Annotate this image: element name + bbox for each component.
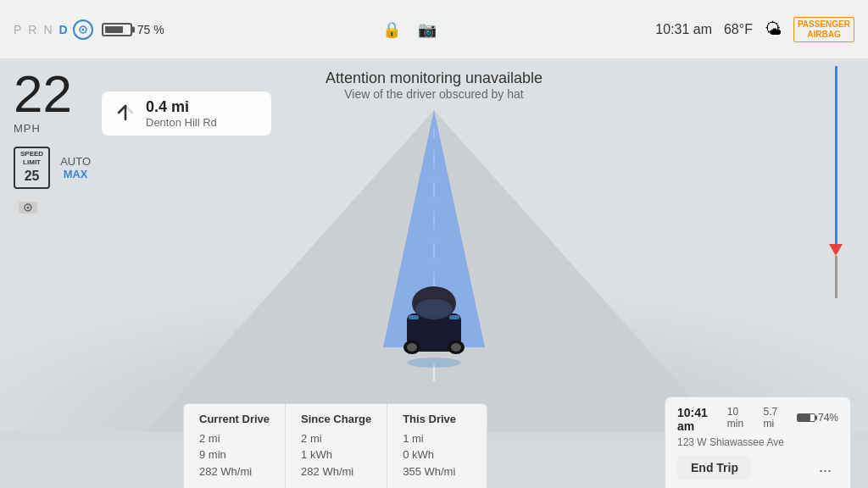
lock-icon: 🔒 [382, 20, 401, 39]
temperature: 68°F [724, 22, 753, 37]
current-drive-time: 9 min [199, 446, 270, 463]
speed-limit-box: SPEEDLIMIT 25 AUTO MAX [14, 147, 91, 189]
end-trip-button[interactable]: End Trip [677, 456, 752, 480]
svg-rect-8 [449, 315, 459, 319]
trip-battery: 74% [797, 412, 838, 424]
current-drive-card: Current Drive 2 mi 9 min 282 Wh/mi [183, 403, 286, 489]
battery-percentage: 75 % [137, 23, 164, 36]
autopilot-icon [73, 19, 93, 40]
gear-selector: P R N D [14, 23, 70, 36]
trip-duration: 10 min [727, 406, 757, 430]
gear-p: P [14, 23, 23, 36]
speed-unit: MPH [14, 122, 91, 135]
svg-point-2 [415, 299, 453, 319]
autopilot-status-icon [14, 197, 42, 218]
gear-n: N [43, 23, 53, 36]
max-label: MAX [60, 168, 91, 180]
passenger-airbag-indicator: PASSENGERAIRBAG [793, 17, 854, 42]
route-line-gray [835, 256, 837, 298]
status-right: 10:31 am 68°F 🌤 PASSENGERAIRBAG [655, 17, 854, 42]
trip-more-button[interactable]: ... [812, 455, 838, 480]
current-time: 10:31 am [655, 22, 712, 37]
status-bar: P R N D 75 % 🔒 📷 10:31 am 68°F 🌤 PASSENG… [0, 0, 868, 59]
camera-icon: 📷 [418, 20, 437, 39]
stats-cards: Current Drive 2 mi 9 min 282 Wh/mi Since… [183, 403, 487, 489]
trip-battery-fill [798, 414, 810, 421]
vehicle-icon [392, 263, 476, 364]
speed-limit-label: SPEEDLIMIT [20, 150, 43, 168]
trip-battery-pct: 74% [818, 412, 838, 424]
trip-card: 10:41 am 10 min 5.7 mi 74% 123 W Shiawas… [665, 396, 851, 488]
current-drive-efficiency: 282 Wh/mi [199, 463, 270, 480]
svg-point-11 [81, 28, 84, 30]
this-drive-title: This Drive [403, 413, 471, 425]
svg-rect-7 [409, 315, 419, 319]
svg-point-9 [407, 358, 461, 368]
current-drive-title: Current Drive [199, 413, 270, 425]
attention-warning: Attention monitoring unavailable View of… [326, 69, 542, 101]
trip-address: 123 W Shiawassee Ave [677, 436, 838, 448]
this-drive-efficiency: 355 Wh/mi [403, 463, 471, 480]
auto-max-display: AUTO MAX [60, 155, 91, 180]
this-drive-card: This Drive 1 mi 0 kWh 355 Wh/mi [387, 403, 487, 489]
route-arrow [829, 244, 843, 256]
speed-limit-value: 25 [20, 168, 43, 186]
route-line-blue [835, 66, 837, 252]
speed-panel: 22 MPH SPEEDLIMIT 25 AUTO MAX [14, 68, 91, 218]
nav-street: Denton Hill Rd [146, 116, 217, 129]
trip-battery-bar [797, 413, 815, 422]
current-speed: 22 [14, 68, 91, 120]
gear-r: R [28, 23, 38, 36]
svg-point-14 [27, 206, 30, 208]
navigation-direction[interactable]: 0.4 mi Denton Hill Rd [102, 92, 271, 136]
battery-icon [102, 23, 132, 36]
direction-arrow-icon [114, 99, 137, 128]
status-center-icons: 🔒 📷 [164, 20, 656, 39]
attention-subtitle: View of the driver obscured by hat [326, 87, 542, 101]
current-drive-distance: 2 mi [199, 430, 270, 447]
trip-meta: 10 min 5.7 mi 74% [727, 406, 838, 430]
svg-point-6 [451, 343, 461, 352]
since-charge-title: Since Charge [301, 413, 371, 425]
trip-distance: 5.7 mi [764, 406, 790, 430]
weather-icon: 🌤 [765, 19, 782, 39]
speed-limit-sign: SPEEDLIMIT 25 [14, 147, 50, 189]
battery-indicator: 75 % [102, 23, 164, 36]
trip-header: 10:41 am 10 min 5.7 mi 74% [677, 406, 838, 433]
since-charge-distance: 2 mi [301, 430, 371, 447]
gear-d: D [59, 23, 70, 36]
trip-footer: End Trip ... [677, 455, 838, 480]
nav-distance: 0.4 mi [146, 98, 217, 116]
trip-arrival-time: 10:41 am [677, 406, 727, 433]
route-panel [829, 66, 843, 320]
svg-point-5 [407, 343, 417, 352]
direction-info: 0.4 mi Denton Hill Rd [146, 98, 217, 129]
current-drive-efficiency-val: 282 Wh/mi [199, 465, 252, 478]
auto-label: AUTO [60, 155, 91, 168]
this-drive-energy: 0 kWh [403, 446, 471, 463]
this-drive-distance: 1 mi [403, 430, 471, 447]
attention-title: Attention monitoring unavailable [326, 69, 542, 87]
since-charge-card: Since Charge 2 mi 1 kWh 282 Wh/mi [286, 403, 387, 489]
battery-fill [105, 26, 123, 33]
since-charge-energy: 1 kWh [301, 446, 371, 463]
since-charge-efficiency: 282 Wh/mi [301, 463, 371, 480]
